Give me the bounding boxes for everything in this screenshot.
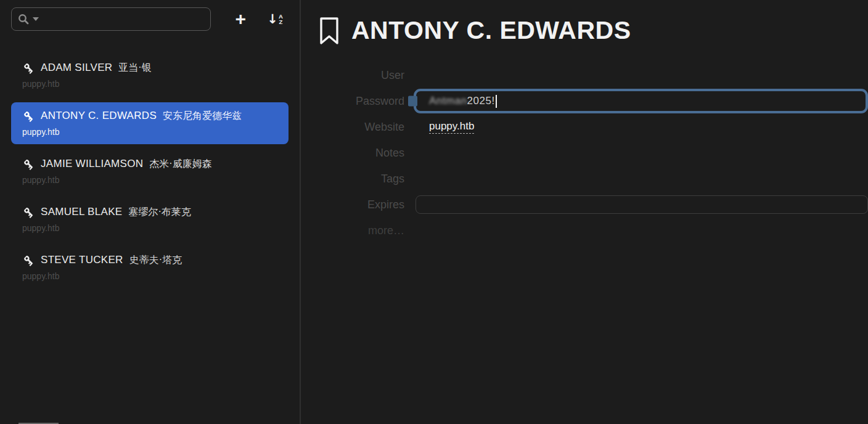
notes-value[interactable] xyxy=(404,140,868,166)
password-field-handle-icon[interactable] xyxy=(408,96,417,107)
entry-line: JAMIE WILLIAMSON 杰米·威廉姆森 xyxy=(22,157,277,171)
entry-subtitle: puppy.htb xyxy=(22,79,277,89)
user-label: User xyxy=(319,62,404,88)
more-fields-spacer xyxy=(404,218,868,243)
sort-az-icon: A Z xyxy=(279,14,283,25)
entry-line: SAMUEL BLAKE 塞缪尔·布莱克 xyxy=(22,205,277,219)
entry-subtitle: puppy.htb xyxy=(22,271,277,281)
key-icon xyxy=(22,110,35,122)
tags-label: Tags xyxy=(319,166,404,192)
search-box[interactable] xyxy=(11,7,211,31)
entry-title-cjk: 安东尼角爱德华兹 xyxy=(163,110,242,123)
entry-title: SAMUEL BLAKE xyxy=(41,206,122,218)
tags-value[interactable] xyxy=(404,166,868,192)
search-input[interactable] xyxy=(44,14,204,25)
entry-title-cjk: 史蒂夫·塔克 xyxy=(129,254,182,267)
entry-line: STEVE TUCKER 史蒂夫·塔克 xyxy=(22,253,277,267)
search-dropdown-caret-icon[interactable] xyxy=(33,17,39,21)
entry-title: ADAM SILVER xyxy=(41,62,112,74)
bookmark-icon[interactable] xyxy=(319,17,339,44)
password-label: Password xyxy=(319,88,404,114)
entries-sidebar: + ↓ A Z xyxy=(0,0,301,424)
key-icon xyxy=(22,206,35,218)
search-icon xyxy=(18,14,29,25)
expires-input[interactable] xyxy=(416,195,868,214)
sidebar-toolbar: + ↓ A Z xyxy=(0,0,300,32)
list-item-samuel-blake[interactable]: SAMUEL BLAKE 塞缪尔·布莱克 puppy.htb xyxy=(11,198,289,240)
list-item-adam-silver[interactable]: ADAM SILVER 亚当·银 puppy.htb xyxy=(11,54,289,96)
entry-subtitle: puppy.htb xyxy=(22,223,277,233)
key-icon xyxy=(22,158,35,170)
sort-letter-z: Z xyxy=(279,19,283,25)
password-visible-text: 2025! xyxy=(467,95,495,107)
detail-title-row: ANTONY C. EDWARDS xyxy=(319,16,868,45)
entry-list: ADAM SILVER 亚当·银 puppy.htb ANTO xyxy=(0,32,300,288)
sort-arrow-icon: ↓ xyxy=(267,13,278,26)
entry-line: ANTONY C. EDWARDS 安东尼角爱德华兹 xyxy=(22,108,277,123)
user-value[interactable] xyxy=(404,62,868,88)
notes-label: Notes xyxy=(319,140,404,166)
entry-subtitle: puppy.htb xyxy=(22,127,277,137)
text-cursor xyxy=(496,95,497,108)
entry-title-cjk: 亚当·银 xyxy=(118,62,151,75)
expires-label: Expires xyxy=(319,192,404,218)
field-list: User Password Antman2025! Website puppy.… xyxy=(319,62,868,243)
list-item-jamie-williamson[interactable]: JAMIE WILLIAMSON 杰米·威廉姆森 puppy.htb xyxy=(11,150,289,192)
entry-title: JAMIE WILLIAMSON xyxy=(41,158,143,170)
password-censored-text: Antman xyxy=(429,95,467,107)
add-entry-button[interactable]: + xyxy=(228,7,253,31)
website-label: Website xyxy=(319,114,404,140)
key-icon xyxy=(22,62,35,74)
entry-line: ADAM SILVER 亚当·银 xyxy=(22,60,277,75)
list-item-steve-tucker[interactable]: STEVE TUCKER 史蒂夫·塔克 puppy.htb xyxy=(11,247,289,288)
entry-subtitle: puppy.htb xyxy=(22,175,277,185)
entry-title: STEVE TUCKER xyxy=(41,254,123,266)
entry-title-cjk: 塞缪尔·布莱克 xyxy=(128,206,190,219)
key-icon xyxy=(22,254,35,266)
password-input[interactable]: Antman2025! xyxy=(414,89,868,113)
entry-detail-panel: ANTONY C. EDWARDS User Password Antman20… xyxy=(301,0,868,424)
entry-title: ANTONY C. EDWARDS xyxy=(41,110,157,122)
more-fields-link[interactable]: more… xyxy=(319,218,404,243)
password-manager-window: + ↓ A Z xyxy=(0,0,868,424)
sort-button[interactable]: ↓ A Z xyxy=(261,7,289,31)
entry-title-cjk: 杰米·威廉姆森 xyxy=(149,158,211,171)
page-title: ANTONY C. EDWARDS xyxy=(351,16,631,45)
list-item-antony-c-edwards[interactable]: ANTONY C. EDWARDS 安东尼角爱德华兹 puppy.htb xyxy=(11,102,289,144)
website-link[interactable]: puppy.htb xyxy=(429,120,474,134)
